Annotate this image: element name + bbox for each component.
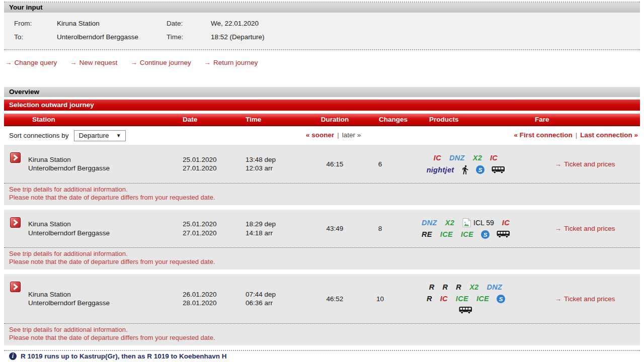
- your-input-title: Your input: [9, 4, 43, 11]
- note-line: See trip details for additional informat…: [9, 250, 640, 258]
- connection-row: Kiruna Station Unterolberndorf Berggasse…: [4, 145, 640, 205]
- overview-header: Overview: [4, 87, 640, 97]
- ticket-and-prices-link[interactable]: →Ticket and prices: [554, 225, 615, 232]
- station-from: Kiruna Station: [28, 155, 180, 164]
- time-value: 18:52 (Departure): [211, 33, 640, 42]
- product-ic-logo: IC: [502, 219, 510, 227]
- product-ice-logo: ICE: [456, 295, 468, 303]
- note-line: See trip details for additional informat…: [9, 186, 640, 194]
- ticket-and-prices-link[interactable]: →Ticket and prices: [554, 295, 615, 303]
- product-nightjet-logo: nightjet: [427, 166, 454, 174]
- ticket-and-prices-link[interactable]: →Ticket and prices: [554, 160, 615, 168]
- arrival-date: 27.01.2020: [183, 229, 245, 238]
- arrow-icon: →: [5, 59, 12, 66]
- column-header-station: Station: [4, 114, 180, 125]
- departure-date: 25.01.2020: [183, 155, 245, 164]
- your-input-section: Your input From: Kiruna Station Date: We…: [4, 3, 640, 50]
- duration-value: 43:49: [311, 225, 359, 232]
- departure-date: 25.01.2020: [183, 220, 245, 229]
- action-label: New request: [79, 59, 118, 66]
- arrival-date: 27.01.2020: [183, 164, 245, 173]
- your-input-panel: From: Kiruna Station Date: We, 22.01.202…: [4, 13, 640, 50]
- to-value: Unterolberndorf Berggasse: [57, 33, 167, 42]
- overview-section: Overview Selection outward journey Stati…: [4, 87, 640, 345]
- connection-notes: See trip details for additional informat…: [4, 247, 640, 269]
- changes-value: 10: [359, 295, 401, 303]
- new-request-link[interactable]: →New request: [70, 59, 117, 66]
- arrow-icon: →: [130, 59, 137, 66]
- product-dnz-logo: DNZ: [449, 154, 465, 162]
- product-x2-logo: X2: [473, 154, 482, 162]
- change-query-link[interactable]: →Change query: [5, 59, 57, 66]
- sooner-link[interactable]: « sooner: [306, 131, 334, 139]
- product-ic-logo: IC: [490, 154, 498, 162]
- arrow-icon: →: [554, 225, 561, 232]
- return-journey-link[interactable]: →Return journey: [204, 59, 258, 66]
- departure-time: 18:29 dep: [246, 220, 311, 229]
- note-line: Please note that the date of departure d…: [9, 334, 640, 342]
- product-label: ICL 59: [473, 219, 494, 227]
- action-label: Change query: [15, 59, 57, 66]
- column-header-products: Products: [401, 114, 530, 125]
- connection-notes: See trip details for additional informat…: [4, 323, 640, 345]
- pager: « sooner|later »: [306, 131, 361, 139]
- arrival-time: 14:18 arr: [246, 229, 311, 238]
- column-header-duration: Duration: [311, 114, 359, 125]
- divider: |: [337, 131, 339, 139]
- duration-value: 46:52: [311, 295, 359, 303]
- continue-journey-link[interactable]: →Continue journey: [130, 59, 191, 66]
- connection-notes: See trip details for additional informat…: [4, 183, 640, 205]
- date-value: We, 22.01.2020: [211, 19, 640, 28]
- date-label: Date:: [167, 19, 211, 28]
- arrival-date: 28.01.2020: [183, 299, 245, 308]
- station-from: Kiruna Station: [28, 290, 180, 299]
- remark-text: R 1019 runs up to Kastrup(Gr), then as R…: [21, 352, 227, 360]
- product-r-logo: R: [456, 283, 461, 291]
- sbahn-icon: S: [497, 295, 505, 303]
- connection-row: Kiruna Station Unterolberndorf Berggasse…: [4, 274, 640, 345]
- select-connection-button[interactable]: [10, 282, 21, 292]
- note-line: Please note that the date of departure d…: [9, 258, 640, 266]
- first-connection-link[interactable]: « First connection: [514, 131, 572, 139]
- sort-select[interactable]: Departure ▼: [74, 130, 126, 141]
- last-connection-link[interactable]: Last connection »: [580, 131, 638, 139]
- results-table-header: Station Date Time Duration Changes Produ…: [4, 114, 640, 126]
- departure-time: 07:44 dep: [246, 290, 311, 299]
- svg-text:S: S: [484, 231, 488, 237]
- svg-text:S: S: [478, 167, 482, 173]
- arrow-icon: →: [554, 160, 561, 168]
- select-connection-button[interactable]: [10, 217, 21, 228]
- product-r-logo: R: [443, 283, 448, 291]
- arrow-icon: →: [70, 59, 77, 66]
- column-header-time: Time: [245, 114, 311, 125]
- product-ic-logo: IC: [440, 295, 448, 303]
- station-from: Kiruna Station: [28, 220, 180, 229]
- station-to: Unterolberndorf Berggasse: [28, 299, 180, 308]
- product-ice-logo: ICE: [440, 230, 453, 238]
- action-label: Continue journey: [140, 59, 191, 66]
- select-connection-button[interactable]: [10, 152, 21, 163]
- chevron-right-icon: [13, 154, 18, 161]
- products-cell: ICDNZX2ICnightjetS: [401, 151, 530, 176]
- chevron-down-icon: ▼: [116, 133, 121, 138]
- action-links: →Change query →New request →Continue jou…: [5, 59, 640, 69]
- arrow-icon: →: [554, 295, 561, 303]
- station-to: Unterolberndorf Berggasse: [28, 229, 180, 238]
- from-label: From:: [14, 19, 57, 28]
- arrow-icon: →: [204, 59, 211, 66]
- column-header-changes: Changes: [359, 114, 401, 125]
- later-link[interactable]: later »: [342, 131, 361, 139]
- broken-image-icon: [462, 218, 472, 228]
- chevron-right-icon: [13, 219, 18, 226]
- connection-row: Kiruna Station Unterolberndorf Berggasse…: [4, 210, 640, 269]
- from-value: Kiruna Station: [57, 19, 167, 28]
- info-icon: i: [9, 352, 17, 360]
- selection-outward-bar: Selection outward journey: [4, 100, 640, 111]
- arrival-time: 06:36 arr: [246, 299, 311, 308]
- departure-time: 13:48 dep: [246, 155, 311, 164]
- sort-and-pager-row: Sort connections by Departure ▼ « sooner…: [4, 126, 640, 145]
- product-r-logo: R: [429, 283, 435, 291]
- bus-icon: [459, 306, 472, 314]
- product-x2-logo: X2: [445, 219, 454, 227]
- to-label: To:: [14, 33, 57, 42]
